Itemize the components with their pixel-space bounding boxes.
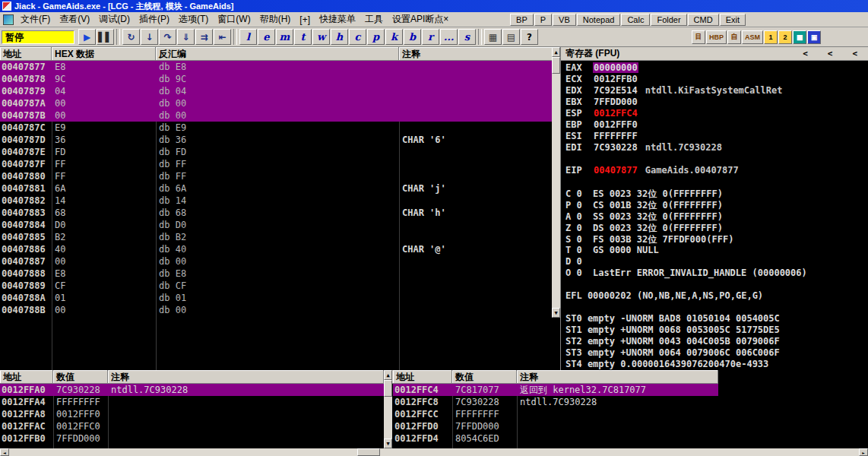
plugin-button-vb[interactable]: VB <box>553 14 576 26</box>
stack-header-comment[interactable]: 注释 <box>517 370 718 383</box>
title-bar[interactable]: Jiack - GameAids.exe - [LCG - 主线程, 模块 - … <box>0 0 868 12</box>
stack-row[interactable]: 0012FFCCFFFFFFFF <box>393 408 718 420</box>
call-stack-window-button[interactable]: k <box>385 29 403 45</box>
menu-item[interactable]: 工具 <box>360 11 388 27</box>
scroll-left-icon[interactable]: ◄ <box>0 448 9 456</box>
scroll-down-icon[interactable]: ▼ <box>384 439 392 448</box>
register-line[interactable]: ST2 empty +UNORM 0043 004C005B 0079006F <box>565 336 868 347</box>
plugin-button-folder[interactable]: Folder <box>651 14 686 26</box>
register-line[interactable]: EAX00000000 <box>565 62 868 74</box>
disasm-row[interactable]: 00407885B2db B2 <box>0 231 560 243</box>
plugin-button-exit[interactable]: Exit <box>720 14 746 26</box>
references-window-button[interactable]: r <box>422 29 439 45</box>
disasm-header-hex[interactable]: HEX 数据 <box>52 47 156 60</box>
register-line[interactable]: C 0ES 0023 32位 0(FFFFFFFF) <box>565 188 868 199</box>
disasm-row[interactable]: 0040788A01db 01 <box>0 292 560 304</box>
toolbar-mini-button[interactable]: ▦ <box>793 30 806 44</box>
appearance-button[interactable]: ▤ <box>502 29 520 45</box>
scroll-thumb[interactable] <box>384 380 392 397</box>
pause-button[interactable]: ▌▌ <box>97 29 114 45</box>
toolbar-mini-button[interactable]: 1 <box>764 30 778 44</box>
stack-header-address[interactable]: 地址 <box>393 370 452 383</box>
register-line[interactable]: ST0 empty -UNORM BAD8 01050104 0054005C <box>565 313 868 325</box>
disasm-row[interactable]: 0040787A00db 00 <box>0 97 560 109</box>
disasm-row[interactable]: 004078789Cdb 9C <box>0 73 560 85</box>
disasm-header-comment[interactable]: 注释 <box>399 47 560 60</box>
windows-list-button[interactable]: ▦ <box>484 29 502 45</box>
register-line[interactable]: EDI7C930228ntdll.7C930228 <box>565 142 868 154</box>
step-into-button[interactable]: ↓ <box>141 29 158 45</box>
disasm-scrollbar[interactable]: ▲ ▼ <box>552 47 560 318</box>
disasm-row[interactable]: 0040787B00db 00 <box>0 109 560 122</box>
source-window-button[interactable]: s <box>458 29 476 45</box>
disasm-row[interactable]: 0040788214db 14 <box>0 195 560 207</box>
plugin-button-calc[interactable]: Calc <box>621 14 650 26</box>
run-button[interactable]: ▶ <box>78 29 96 45</box>
register-line[interactable]: Z 0DS 0023 32位 0(FFFFFFFF) <box>565 222 868 233</box>
plugin-button-cmd[interactable]: CMD <box>688 14 719 26</box>
menu-item[interactable]: 查看(V) <box>55 11 94 27</box>
plugin-button-p[interactable]: P <box>534 14 552 26</box>
patches-window-button[interactable]: p <box>367 29 385 45</box>
disasm-row[interactable]: 00407888E8db E8 <box>0 268 560 280</box>
scroll-up-icon[interactable]: ▲ <box>384 370 392 380</box>
plugin-button-notepad[interactable]: Notepad <box>577 14 621 26</box>
disasm-header-disassembly[interactable]: 反汇编 <box>156 47 399 60</box>
toolbar-mini-button[interactable]: 自 <box>727 30 741 44</box>
stack-header-address[interactable]: 地址 <box>0 370 53 383</box>
stack-row[interactable]: 0012FFAC0012FFC0 <box>0 420 384 432</box>
breakpoints-window-button[interactable]: b <box>404 29 421 45</box>
register-line[interactable]: ST1 empty +UNORM 0068 0053005C 51775DE5 <box>565 325 868 336</box>
mdi-child-icon[interactable] <box>3 14 14 25</box>
log-window-button[interactable]: l <box>239 29 257 45</box>
threads-window-button[interactable]: t <box>294 29 312 45</box>
register-line[interactable]: D 0 <box>565 256 868 268</box>
menu-item[interactable]: 快捷菜单 <box>315 11 360 27</box>
cpu-window-button[interactable]: c <box>349 29 366 45</box>
disasm-row[interactable]: 0040788368db 68CHAR 'h' <box>0 207 560 219</box>
register-line[interactable]: EDX7C92E514ntdll.KiFastSystemCallRet <box>565 85 868 97</box>
disasm-row[interactable]: 0040787FFFdb FF <box>0 158 560 170</box>
menu-item[interactable]: 设置API断点× <box>388 11 453 27</box>
disasm-row[interactable]: 0040787EFDdb FD <box>0 146 560 158</box>
stack-header-comment[interactable]: 注释 <box>108 370 384 383</box>
plugin-button-bp[interactable]: BP <box>510 14 534 26</box>
register-line[interactable]: A 0SS 0023 32位 0(FFFFFFFF) <box>565 211 868 222</box>
menu-item[interactable]: 帮助(H) <box>255 11 296 27</box>
scroll-down-icon[interactable]: ▼ <box>552 308 560 318</box>
stack-row[interactable]: 0012FFA4FFFFFFFF <box>0 396 384 408</box>
register-line[interactable]: T 0GS 0000 NULL <box>565 245 868 256</box>
menu-item[interactable]: 选项(T) <box>174 11 213 27</box>
stack-row[interactable]: 0012FFD48054C6ED <box>393 432 718 445</box>
stack-row[interactable]: 0012FFC47C817077返回到 kernel32.7C817077 <box>393 384 718 396</box>
register-line[interactable]: EFL 00000202 (NO,NB,NE,A,NS,PO,GE,G) <box>565 290 868 302</box>
stack-header-value[interactable]: 数值 <box>452 370 517 383</box>
stack-row[interactable]: 0012FFB07FFDD000 <box>0 432 384 445</box>
memory-window-button[interactable]: m <box>276 29 293 45</box>
handles-window-button[interactable]: h <box>331 29 348 45</box>
horizontal-scrollbar[interactable]: ◄ ► <box>0 448 868 456</box>
toolbar-mini-button[interactable]: ASM <box>742 30 763 44</box>
stack-row[interactable]: 0012FFA80012FFF0 <box>0 408 384 420</box>
scroll-thumb[interactable] <box>552 57 560 74</box>
disasm-row[interactable]: 0040787D36db 36CHAR '6' <box>0 134 560 146</box>
register-line[interactable]: EIP00407877GameAids.00407877 <box>565 165 868 176</box>
restart-button[interactable]: ↻ <box>122 29 140 45</box>
scroll-thumb[interactable] <box>357 448 380 456</box>
step-over-button[interactable]: ↷ <box>159 29 176 45</box>
register-line[interactable]: S 0FS 003B 32位 7FFDF000(FFF) <box>565 233 868 245</box>
chevron-left-icon[interactable]: < <box>828 49 833 59</box>
register-line[interactable]: ST3 empty +UNORM 0064 0079006C 006C006F <box>565 347 868 359</box>
register-line[interactable]: P 0CS 001B 32位 0(FFFFFFFF) <box>565 199 868 211</box>
toolbar-mini-button[interactable]: ▣ <box>807 30 821 44</box>
toolbar-mini-button[interactable]: 目 <box>692 30 705 44</box>
stack-header-value[interactable]: 数值 <box>53 370 108 383</box>
stack-left-scrollbar[interactable]: ▲ ▼ <box>384 370 392 448</box>
register-line[interactable]: ESP0012FFC4 <box>565 108 868 119</box>
register-line[interactable]: EBP0012FFF0 <box>565 119 868 131</box>
disasm-row[interactable]: 0040788640db 40CHAR '@' <box>0 243 560 255</box>
disasm-row[interactable]: 00407880FFdb FF <box>0 170 560 182</box>
menu-item[interactable]: 插件(P) <box>135 11 174 27</box>
menu-item[interactable]: [+] <box>295 13 315 27</box>
scroll-right-icon[interactable]: ► <box>859 448 868 456</box>
